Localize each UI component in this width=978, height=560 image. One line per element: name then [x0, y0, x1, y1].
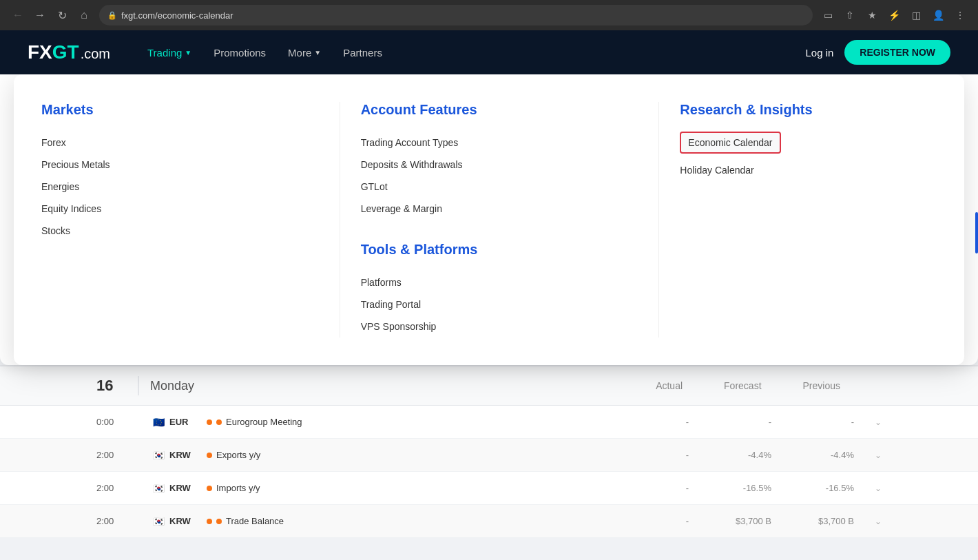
dropdown-item-stocks[interactable]: Stocks: [41, 220, 298, 242]
krw-flag-2: 🇰🇷: [152, 484, 165, 493]
indicator-dot: [216, 419, 222, 425]
table-row: 2:00 🇰🇷 KRW Trade Balance - $3,700 B $3,…: [0, 505, 978, 538]
nav-promotions[interactable]: Promotions: [204, 41, 275, 64]
actual-header: Actual: [656, 380, 683, 391]
lock-icon: 🔒: [107, 11, 117, 20]
extensions-button[interactable]: ⚡: [884, 6, 904, 25]
dropdown-research-col: Research & Insights Economic Calendar Ho…: [680, 102, 937, 338]
cast-button[interactable]: ▭: [818, 6, 837, 25]
dropdown-item-gtlot[interactable]: GTLot: [361, 176, 618, 198]
event-forecast: $3,700 B: [689, 516, 771, 526]
event-time: 0:00: [96, 417, 152, 427]
dropdown-item-trading-portal[interactable]: Trading Portal: [361, 293, 618, 315]
event-name: Eurogroup Meeting: [226, 417, 302, 427]
browser-chrome: ← → ↻ ⌂ 🔒 fxgt.com/economic-calendar ▭ ⇧…: [0, 0, 978, 30]
expand-button[interactable]: ⌄: [860, 450, 882, 460]
expand-button[interactable]: ⌄: [860, 517, 882, 526]
split-view-button[interactable]: ◫: [906, 6, 926, 25]
event-currency: 🇰🇷 KRW: [152, 450, 207, 460]
event-previous: $3,700 B: [771, 516, 854, 526]
event-actual: -: [634, 516, 689, 526]
share-button[interactable]: ⇧: [840, 6, 860, 25]
column-headers: Actual Forecast Previous: [656, 380, 840, 391]
nav-partners-label: Partners: [343, 47, 382, 59]
indicator-dot: [207, 453, 212, 458]
trading-dropdown: Markets Forex Precious Metals Energies E…: [0, 74, 978, 365]
event-name-cell: Imports y/y: [207, 483, 606, 493]
login-button[interactable]: Log in: [805, 47, 833, 59]
nav-partners[interactable]: Partners: [333, 41, 392, 64]
event-currency: 🇰🇷 KRW: [152, 483, 207, 493]
event-time: 2:00: [96, 483, 152, 493]
markets-header[interactable]: Markets: [41, 102, 298, 118]
dropdown-item-economic-calendar[interactable]: Economic Calendar: [680, 132, 780, 154]
dropdown-item-holiday-calendar[interactable]: Holiday Calendar: [680, 159, 937, 181]
expand-button[interactable]: ⌄: [860, 484, 882, 493]
event-name: Exports y/y: [216, 450, 260, 460]
account-features-header[interactable]: Account Features: [361, 102, 618, 118]
dropdown-item-platforms[interactable]: Platforms: [361, 271, 618, 293]
dropdown-middle-col: Account Features Trading Account Types D…: [361, 102, 638, 338]
table-row: 2:00 🇰🇷 KRW Imports y/y - -16.5% -16.5% …: [0, 472, 978, 505]
nav-trading[interactable]: Trading ▼: [138, 41, 201, 64]
event-name-cell: Eurogroup Meeting: [207, 417, 606, 427]
nav-more[interactable]: More ▼: [278, 41, 331, 64]
previous-header: Previous: [803, 380, 840, 391]
chevron-down-icon: ▼: [185, 49, 191, 56]
krw-flag: 🇰🇷: [152, 450, 165, 460]
calendar-day-header: 16 Monday Actual Forecast Previous: [0, 366, 978, 406]
dropdown-item-deposits-withdrawals[interactable]: Deposits & Withdrawals: [361, 154, 618, 176]
event-forecast: -4.4%: [689, 450, 771, 460]
day-divider: [138, 376, 139, 395]
home-button[interactable]: ⌂: [74, 6, 94, 25]
indicator-dot: [216, 519, 222, 524]
krw-flag-3: 🇰🇷: [152, 517, 165, 526]
bookmark-button[interactable]: ★: [862, 6, 882, 25]
reload-button[interactable]: ↻: [52, 6, 72, 25]
event-name: Imports y/y: [216, 483, 260, 493]
chevron-down-icon-more: ▼: [314, 49, 321, 56]
logo-com: .com: [81, 46, 110, 62]
profile-button[interactable]: 👤: [928, 6, 948, 25]
event-currency: 🇰🇷 KRW: [152, 516, 207, 526]
dropdown-item-leverage-margin[interactable]: Leverage & Margin: [361, 198, 618, 220]
indicator-dot: [207, 519, 212, 524]
browser-actions: ▭ ⇧ ★ ⚡ ◫ 👤 ⋮: [818, 6, 970, 25]
back-button[interactable]: ←: [8, 6, 28, 25]
event-previous: -4.4%: [771, 450, 854, 460]
logo-gt: GT: [52, 41, 79, 63]
divider-2: [658, 102, 659, 338]
scrollbar-indicator[interactable]: [975, 212, 978, 253]
menu-button[interactable]: ⋮: [950, 6, 970, 25]
register-button[interactable]: REGISTER NOW: [844, 40, 950, 65]
event-previous: -: [771, 417, 854, 427]
tools-platforms-header[interactable]: Tools & Platforms: [361, 242, 618, 258]
calendar-section: 16 Monday Actual Forecast Previous 0:00 …: [0, 365, 978, 538]
day-name: Monday: [150, 379, 194, 393]
expand-button[interactable]: ⌄: [860, 417, 882, 427]
forecast-header: Forecast: [724, 380, 761, 391]
event-name: Trade Balance: [226, 516, 284, 526]
dropdown-item-energies[interactable]: Energies: [41, 176, 298, 198]
nav-more-label: More: [288, 47, 311, 59]
nav-promotions-label: Promotions: [214, 47, 266, 59]
dropdown-item-equity-indices[interactable]: Equity Indices: [41, 198, 298, 220]
event-forecast: -16.5%: [689, 483, 771, 493]
event-time: 2:00: [96, 450, 152, 460]
header-right: Log in REGISTER NOW: [805, 40, 950, 65]
forward-button[interactable]: →: [30, 6, 50, 25]
eur-flag: 🇪🇺: [152, 417, 165, 427]
site-header: FXGT.com Trading ▼ Promotions More ▼ Par…: [0, 30, 978, 74]
table-row: 2:00 🇰🇷 KRW Exports y/y - -4.4% -4.4% ⌄: [0, 439, 978, 472]
research-insights-header[interactable]: Research & Insights: [680, 102, 937, 118]
logo[interactable]: FXGT.com: [28, 41, 110, 63]
dropdown-item-trading-account-types[interactable]: Trading Account Types: [361, 132, 618, 154]
address-bar[interactable]: 🔒 fxgt.com/economic-calendar: [99, 5, 813, 25]
main-nav: Trading ▼ Promotions More ▼ Partners: [138, 41, 805, 64]
dropdown-item-precious-metals[interactable]: Precious Metals: [41, 154, 298, 176]
event-actual: -: [634, 450, 689, 460]
dropdown-item-forex[interactable]: Forex: [41, 132, 298, 154]
dropdown-item-vps-sponsorship[interactable]: VPS Sponsorship: [361, 315, 618, 338]
dropdown-markets-col: Markets Forex Precious Metals Energies E…: [41, 102, 319, 338]
event-time: 2:00: [96, 516, 152, 526]
